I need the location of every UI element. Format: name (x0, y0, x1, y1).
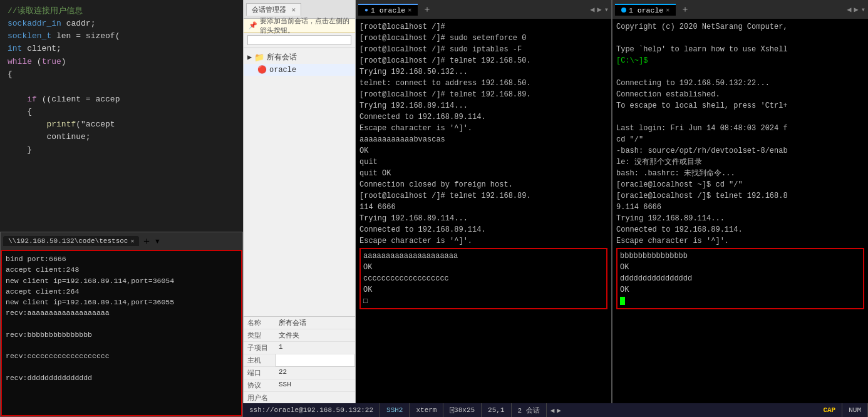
folder-expand-icon: ▶ (247, 53, 252, 62)
terminal-line: recv:ddddddddddddddd (6, 373, 237, 383)
status-sessions: 2 会话 (512, 403, 547, 417)
terminal-line: OK (359, 145, 607, 157)
session-manager-tab[interactable]: 会话管理器 ✕ (246, 3, 301, 16)
terminal-line: Connected to 192.168.89.114. (359, 111, 607, 123)
nav-arrows: ◀ ▶ ▾ (590, 5, 609, 14)
info-value-host (275, 354, 355, 367)
info-row: 端口 22 (244, 367, 355, 379)
right-left-arrow-icon[interactable]: ◀ (847, 5, 851, 14)
info-row: 主机 (244, 354, 355, 367)
code-content: //读取连接用户信息 sockaddr_in caddr; socklen_t … (0, 0, 243, 162)
terminal-line: le: 没有那个文件或目录 (616, 157, 864, 168)
info-value (275, 392, 355, 404)
status-xterm: xterm (410, 403, 443, 417)
status-right-arrow[interactable]: ▶ (557, 406, 561, 414)
left-arrow-icon[interactable]: ◀ (590, 5, 594, 14)
highlight-line: OK (363, 284, 604, 296)
right-xshell-panel: 1 oracle ✕ ＋ ◀ ▶ ▾ Copyright (c) 2020 Ne… (612, 0, 868, 417)
tab-blue-dot-icon (621, 8, 626, 13)
highlight-line: bbbbbbbbbbbbbbb (620, 250, 860, 262)
session-search-bar (244, 33, 355, 48)
notify-text: 要添加当前会话，点击左侧的箭头按钮。 (260, 16, 350, 35)
bottom-terminal: \\192.168.50.132\code\testsoc ✕ ＋ ▾ bind… (0, 232, 243, 417)
right-xshell-area: ● 1 oracle ✕ ＋ ◀ ▶ ▾ [root@localhost /]#… (356, 0, 868, 417)
terminal-line: bind port:6666 (6, 254, 237, 264)
info-key: 端口 (244, 367, 275, 379)
info-value: SSH (275, 379, 355, 392)
right-xshell-tab-bar: 1 oracle ✕ ＋ ◀ ▶ ▾ (612, 0, 868, 19)
terminal-line: Type `help' to learn how to use Xshell (616, 44, 864, 55)
info-value: 所有会话 (275, 317, 355, 329)
terminal-line: Connection closed by foreign host. (359, 179, 607, 190)
right-arrow-icon[interactable]: ▶ (597, 5, 602, 14)
right-xshell-terminal: Copyright (c) 2020 NetSarang Computer, T… (612, 19, 868, 417)
terminal-line (616, 66, 864, 78)
status-left-arrow[interactable]: ◀ (550, 406, 555, 414)
session-item-oracle[interactable]: 🔴 oracle (244, 64, 355, 76)
session-tree: ▶ 📁 所有会话 🔴 oracle (244, 48, 355, 316)
terminal-content-area: bind port:6666 accept client:248 new cli… (1, 250, 242, 416)
right-nav-arrows: ◀ ▶ ▾ (847, 5, 865, 14)
session-tab-label: 会话管理器 (252, 6, 286, 14)
info-key: 用户名 (244, 392, 275, 404)
right-xshell-tab-active[interactable]: 1 oracle ✕ (615, 4, 676, 16)
highlight-line: OK (620, 262, 860, 273)
code-line (8, 81, 235, 93)
info-row: 子项目 1 (244, 342, 355, 354)
session-close-icon[interactable]: ✕ (292, 6, 296, 14)
dropdown-icon[interactable]: ▾ (604, 5, 609, 14)
status-nav-arrows[interactable]: ◀ ▶ (547, 406, 565, 414)
status-xterm-label: xterm (416, 406, 437, 414)
terminal-line (616, 33, 864, 44)
status-num: NUM (842, 403, 868, 417)
code-line: { (8, 106, 235, 118)
code-line: //读取连接用户信息 (8, 5, 235, 18)
terminal-line: telnet: connect to address 192.168.50. (359, 78, 607, 89)
session-panel: 会话管理器 ✕ 📌 要添加当前会话，点击左侧的箭头按钮。 ▶ 📁 所有会话 🔴 … (243, 0, 356, 417)
status-size-icon: ⌻ (450, 406, 454, 414)
terminal-line: new client ip=192.168.89.114,port=36055 (6, 297, 237, 307)
right-right-arrow-icon[interactable]: ▶ (854, 5, 859, 14)
add-terminal-button[interactable]: ＋ (142, 235, 152, 248)
terminal-tab[interactable]: \\192.168.50.132\code\testsoc ✕ (3, 236, 139, 246)
terminal-line: [root@localhost /]# sudo setenforce 0 (359, 33, 607, 44)
status-size-label: 38x25 (454, 406, 475, 414)
code-type: int (8, 44, 22, 53)
chevron-down-icon[interactable]: ▾ (154, 235, 160, 247)
terminal-line (6, 362, 237, 373)
code-line: sockaddr_in caddr; (8, 18, 235, 30)
terminal-line: To escape to local shell, press 'Ctrl+ (616, 100, 864, 111)
terminal-line: [root@localhost /]# sudo iptables -F (359, 44, 607, 55)
left-highlight-box: aaaaaaaaaaaaaaaaaaaaa OK ccccccccccccccc… (359, 248, 607, 309)
terminal-line: Connected to 192.168.89.114. (359, 224, 607, 235)
terminal-line: [root@localhost /]# telnet 192.168.50. (359, 55, 607, 66)
status-connection: ssh://oracle@192.168.50.132:22 (243, 403, 380, 417)
info-value: 1 (275, 342, 355, 354)
session-folder-all[interactable]: ▶ 📁 所有会话 (244, 51, 355, 64)
add-tab-right-button[interactable]: ＋ (678, 4, 692, 15)
highlight-line: OK (620, 284, 860, 296)
terminal-line (6, 340, 237, 351)
right-xshell-close-icon[interactable]: ✕ (666, 6, 669, 14)
terminal-line: bash: .bashrc: 未找到命令... (616, 168, 864, 179)
info-row: 类型 文件夹 (244, 329, 355, 342)
close-icon[interactable]: ✕ (130, 237, 134, 245)
tab-dot-icon: ● (364, 7, 368, 14)
session-folder-label: 所有会话 (267, 52, 297, 63)
right-dropdown-icon[interactable]: ▾ (861, 5, 865, 14)
terminal-line: Trying 192.168.89.114... (616, 213, 864, 224)
terminal-line: Trying 192.168.50.132... (359, 66, 607, 78)
left-xshell-tab-label: 1 oracle (371, 6, 405, 14)
terminal-line: recv:bbbbbbbbbbbbbbb (6, 329, 237, 340)
add-tab-button[interactable]: ＋ (420, 4, 434, 15)
left-xshell-terminal: [root@localhost /]# [root@localhost /]# … (356, 19, 611, 417)
left-code-panel: //读取连接用户信息 sockaddr_in caddr; socklen_t … (0, 0, 243, 232)
left-xshell-close-icon[interactable]: ✕ (408, 6, 411, 14)
terminal-line (616, 111, 864, 123)
session-search-input[interactable] (247, 35, 351, 45)
left-xshell-tab-active[interactable]: ● 1 oracle ✕ (358, 4, 418, 16)
info-row: 名称 所有会话 (244, 317, 355, 329)
left-xshell-tab-bar: ● 1 oracle ✕ ＋ ◀ ▶ ▾ (356, 0, 611, 19)
terminal-line: Copyright (c) 2020 NetSarang Computer, (616, 21, 864, 33)
terminal-line: [C:\~]$ (616, 55, 864, 66)
